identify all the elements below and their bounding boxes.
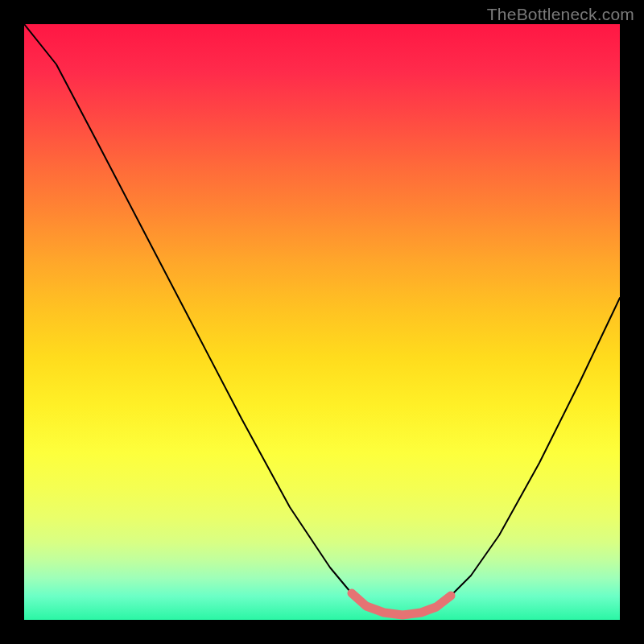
chart-svg	[24, 24, 620, 620]
chart-container: TheBottleneck.com	[0, 0, 644, 644]
plot-frame	[24, 24, 620, 620]
bottleneck-curve	[24, 24, 620, 615]
flat-bottom-highlight	[352, 593, 451, 615]
watermark-label: TheBottleneck.com	[487, 5, 634, 24]
